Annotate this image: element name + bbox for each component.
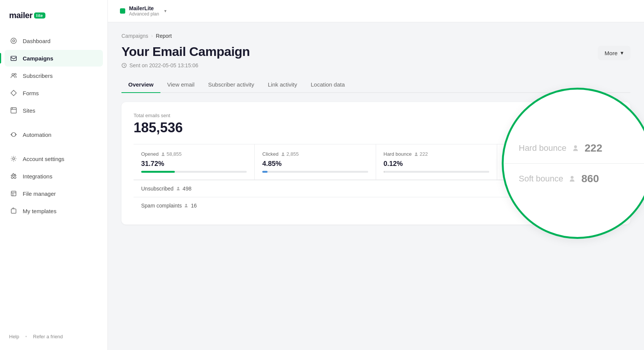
stat-clicked: Clicked 2,855 4.85%: [255, 144, 376, 180]
svg-point-4: [14, 73, 16, 75]
svg-rect-2: [11, 56, 16, 61]
stat-unsubscribed-label: Unsubscribed: [141, 186, 174, 192]
more-button-label: More: [605, 50, 618, 56]
dashboard-icon: [10, 37, 17, 45]
more-button[interactable]: More ▾: [598, 46, 630, 60]
stat-hard-bounce-count: 222: [414, 151, 428, 157]
person-icon-bounce-soft: [568, 175, 576, 183]
logo-area: mailerlite: [0, 11, 107, 33]
sidebar-item-account-settings[interactable]: Account settings: [5, 150, 103, 167]
account-name: MailerLite: [129, 5, 159, 11]
sidebar-label-integrations: Integrations: [23, 173, 52, 180]
person-icon-hard-bounce: [414, 152, 418, 156]
stat-hard-bounce-pct: 0.12%: [384, 160, 403, 168]
sidebar-label-file-manager: File manager: [23, 190, 56, 197]
stat-hard-bounce-header: Hard bounce 222: [384, 151, 489, 157]
sent-date: Sent on 2022-05-05 13:15:06: [129, 62, 198, 68]
stat-opened-bar-fill: [141, 171, 175, 173]
sidebar-label-subscribers: Subscribers: [23, 73, 53, 79]
stat-clicked-label: Clicked: [262, 151, 278, 157]
stat-hard-bounce-label: Hard bounce: [384, 151, 412, 157]
footer-dot: •: [25, 334, 27, 339]
sidebar-label-campaigns: Campaigns: [23, 55, 53, 62]
svg-point-0: [11, 38, 16, 43]
bounce-soft-value: 860: [581, 173, 599, 185]
sidebar-label-account-settings: Account settings: [23, 156, 64, 162]
sidebar-item-sites[interactable]: Sites: [5, 102, 103, 119]
svg-point-3: [12, 74, 14, 76]
person-icon-spam: [184, 203, 188, 208]
bounce-hard-label: Hard bounce: [519, 143, 566, 153]
person-icon-unsubscribed: [176, 186, 180, 191]
breadcrumb: Campaigns › Report: [121, 33, 630, 39]
stat-opened-count: 58,855: [161, 151, 182, 157]
svg-point-9: [12, 158, 14, 160]
sidebar-item-campaigns[interactable]: Campaigns: [5, 50, 103, 67]
sidebar-item-forms[interactable]: Forms: [5, 85, 103, 101]
refer-link[interactable]: Refer a friend: [33, 334, 63, 339]
main-content: MailerLite Advanced plan ▾ Campaigns › R…: [108, 0, 644, 350]
breadcrumb-current: Report: [156, 33, 172, 39]
integrations-icon: [10, 172, 17, 180]
svg-rect-12: [11, 191, 16, 196]
bounce-hard-value: 222: [585, 142, 602, 154]
breadcrumb-separator: ›: [151, 33, 153, 39]
stat-clicked-value-row: 4.85%: [262, 160, 368, 168]
tab-view-email[interactable]: View email: [160, 77, 201, 93]
sidebar-footer: Help • Refer a friend: [0, 328, 107, 342]
forms-icon: [10, 89, 17, 97]
sidebar-label-forms: Forms: [23, 90, 39, 96]
stat-opened: Opened 58,855 31.72%: [134, 144, 255, 180]
file-manager-icon: [10, 190, 17, 197]
tab-location-data[interactable]: Location data: [304, 77, 352, 93]
clock-icon: [121, 63, 127, 68]
account-selector[interactable]: MailerLite Advanced plan ▾: [120, 5, 166, 17]
tabs-nav: Overview View email Subscriber activity …: [121, 77, 630, 93]
sidebar-item-subscribers[interactable]: Subscribers: [5, 67, 103, 84]
automation-icon: [10, 131, 17, 138]
stat-hard-bounce-bar-fill: [384, 171, 385, 173]
tab-subscriber-activity[interactable]: Subscriber activity: [201, 77, 261, 93]
help-link[interactable]: Help: [9, 334, 19, 339]
svg-point-11: [14, 177, 16, 178]
sidebar-nav: Dashboard Campaigns Subscribers Forms: [0, 33, 107, 328]
sidebar-item-file-manager[interactable]: File manager: [5, 185, 103, 202]
campaigns-icon: [10, 54, 17, 62]
account-status-dot: [120, 8, 125, 14]
sidebar-label-sites: Sites: [23, 107, 35, 114]
account-plan: Advanced plan: [129, 11, 159, 17]
svg-rect-15: [11, 209, 16, 214]
stat-clicked-pct: 4.85%: [262, 160, 282, 168]
stat-spam-left: Spam complaints 16: [141, 203, 197, 209]
logo: mailerlite: [9, 11, 98, 20]
my-templates-icon: [10, 207, 17, 215]
bounce-circle-overlay: Hard bounce 222 Soft bounce 860: [502, 88, 644, 239]
stat-unsubscribed-count: 498: [183, 186, 191, 192]
sidebar-item-automation[interactable]: Automation: [5, 126, 103, 143]
logo-text: mailer: [9, 11, 33, 20]
sidebar-item-integrations[interactable]: Integrations: [5, 168, 103, 184]
tab-overview[interactable]: Overview: [121, 77, 160, 93]
stat-hard-bounce: Hard bounce 222 0.12%: [376, 144, 497, 180]
sent-info: Sent on 2022-05-05 13:15:06: [121, 62, 630, 68]
content-area: Campaigns › Report Your Email Campaign M…: [108, 22, 644, 350]
sidebar-item-my-templates[interactable]: My templates: [5, 203, 103, 219]
stat-unsubscribed-left: Unsubscribed 498: [141, 186, 191, 192]
stat-hard-bounce-bar: [384, 171, 489, 173]
svg-point-1: [12, 40, 14, 42]
person-icon-bounce-hard: [572, 144, 579, 152]
stat-hard-bounce-value-row: 0.12%: [384, 160, 489, 168]
more-chevron-icon: ▾: [621, 50, 624, 56]
tab-link-activity[interactable]: Link activity: [261, 77, 304, 93]
stat-clicked-bar-fill: [262, 171, 268, 173]
stat-clicked-bar: [262, 171, 368, 173]
stat-spam-count: 16: [191, 203, 197, 209]
topbar: MailerLite Advanced plan ▾: [108, 0, 644, 22]
sidebar-item-dashboard[interactable]: Dashboard: [5, 33, 103, 49]
person-icon-clicked: [281, 152, 285, 156]
account-settings-icon: [10, 155, 17, 163]
breadcrumb-campaigns[interactable]: Campaigns: [121, 33, 148, 39]
logo-badge: lite: [34, 12, 45, 19]
stats-card: Total emails sent 185,536 Opened 58,855 …: [121, 102, 630, 225]
stat-clicked-header: Clicked 2,855: [262, 151, 368, 157]
